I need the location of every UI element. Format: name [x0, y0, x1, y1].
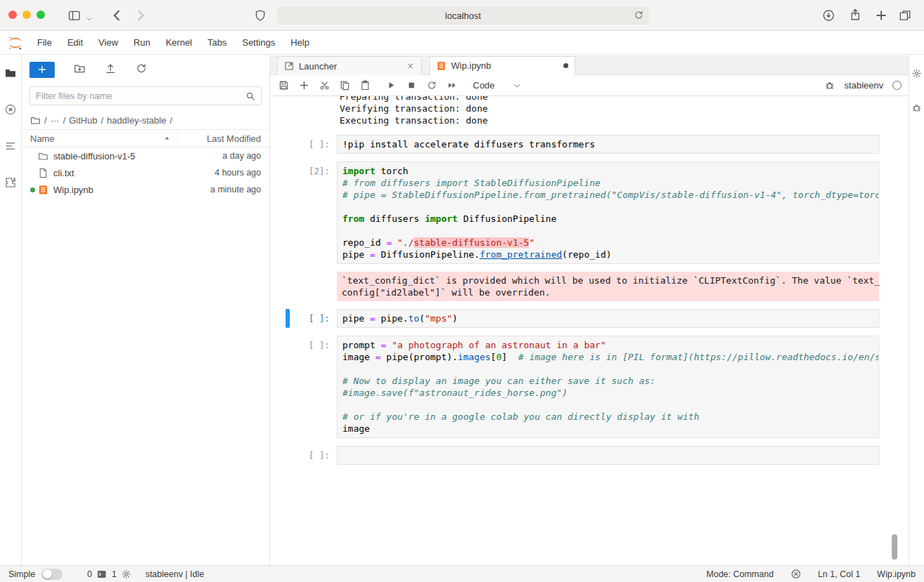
- gear-icon: [121, 569, 131, 579]
- cell-prompt: [ ]:: [270, 336, 337, 438]
- cut-cell-button[interactable]: [319, 80, 330, 91]
- debugger-icon[interactable]: [911, 102, 922, 113]
- file-row[interactable]: cli.txt4 hours ago: [22, 164, 269, 181]
- breadcrumb-item[interactable]: ···: [51, 115, 60, 126]
- terminals-count[interactable]: 0: [87, 569, 92, 579]
- output-line: Preparing transaction: done: [340, 96, 909, 102]
- back-icon[interactable]: [111, 9, 123, 22]
- menu-run[interactable]: Run: [126, 37, 158, 48]
- cell-input[interactable]: pipe = pipe.to("mps"): [337, 309, 879, 328]
- menu-tabs[interactable]: Tabs: [200, 37, 234, 48]
- running-indicator: [30, 187, 38, 192]
- sidebar-chevron-icon[interactable]: [86, 13, 93, 20]
- file-list: stable-diffusion-v1-5a day agocli.txt4 h…: [22, 147, 269, 198]
- menu-kernel[interactable]: Kernel: [158, 37, 200, 48]
- notebook-toolbar: Code stableenv: [270, 75, 909, 96]
- breadcrumb-item[interactable]: haddley-stable: [107, 115, 166, 126]
- status-bar-right: Mode: Command Ln 1, Col 1 Wip.ipynb: [690, 569, 916, 579]
- kernel-name[interactable]: stableenv: [844, 80, 883, 91]
- sidebar-item-extensions-icon[interactable]: [4, 176, 17, 189]
- debugger-bug-icon[interactable]: [824, 80, 835, 91]
- file-modified: 4 hours ago: [182, 168, 261, 178]
- tab-label: Wip.ipynb: [451, 60, 558, 71]
- tab-launcher[interactable]: Launcher: [277, 56, 422, 75]
- menu-settings[interactable]: Settings: [234, 37, 283, 48]
- paste-cell-button[interactable]: [360, 80, 370, 91]
- home-folder-icon[interactable]: [30, 115, 41, 126]
- cell-prompt: [2]:: [270, 161, 337, 264]
- chevron-down-icon: [513, 81, 521, 90]
- file-row[interactable]: stable-diffusion-v1-5a day ago: [22, 147, 269, 164]
- folder-icon: [38, 151, 48, 161]
- left-activity-bar: [0, 55, 22, 565]
- privacy-shield-icon[interactable]: [254, 9, 267, 22]
- sidebar-toggle-icon[interactable]: [68, 9, 81, 22]
- breadcrumb: /···/GitHub/haddley-stable/: [22, 111, 269, 129]
- tabs: LauncherWip.ipynb: [277, 56, 583, 74]
- menu-file[interactable]: File: [29, 37, 60, 48]
- column-header-name[interactable]: Name: [30, 130, 178, 147]
- run-cell-button[interactable]: [386, 80, 396, 91]
- menu-edit[interactable]: Edit: [60, 37, 91, 48]
- copy-cell-button[interactable]: [340, 80, 350, 91]
- simple-mode-toggle[interactable]: [41, 569, 62, 580]
- breadcrumb-segments: /···/GitHub/haddley-stable/: [44, 115, 173, 126]
- breadcrumb-separator: /: [170, 115, 173, 126]
- address-bar[interactable]: localhost: [277, 6, 649, 25]
- cell-type-value: Code: [473, 80, 495, 91]
- launcher-icon: [284, 61, 294, 71]
- window-minimize-button[interactable]: [22, 11, 31, 19]
- column-header-modified[interactable]: Last Modified: [178, 133, 261, 144]
- menu-view[interactable]: View: [91, 37, 126, 48]
- kernel-status-icon[interactable]: [892, 81, 902, 90]
- new-tab-icon[interactable]: [875, 9, 888, 22]
- notifications-icon[interactable]: [791, 569, 801, 579]
- tab-overview-icon[interactable]: [899, 9, 911, 22]
- close-icon[interactable]: [406, 62, 415, 70]
- insert-cell-button[interactable]: [299, 80, 309, 91]
- file-name: Wip.ipynb: [53, 185, 182, 195]
- cursor-position[interactable]: Ln 1, Col 1: [818, 569, 860, 579]
- cell-input[interactable]: !pip install accelerate diffusers transf…: [337, 135, 879, 154]
- jupyter-logo-icon: [7, 34, 24, 51]
- menu-items: FileEditViewRunKernelTabsSettingsHelp: [29, 37, 317, 48]
- file-icon: [38, 168, 48, 178]
- restart-icon: [427, 80, 437, 91]
- new-launcher-button[interactable]: [29, 62, 55, 78]
- kernels-count[interactable]: 1: [112, 569, 116, 579]
- code-cell: [ ]:prompt = "a photograph of an astrona…: [270, 336, 909, 438]
- share-icon[interactable]: [849, 8, 862, 21]
- file-filter[interactable]: [29, 86, 262, 105]
- new-folder-button[interactable]: [74, 62, 86, 77]
- upload-button[interactable]: [105, 62, 116, 77]
- code-cell: [2]:import torch# from diffusers import …: [270, 161, 909, 264]
- file-row[interactable]: Wip.ipynba minute ago: [22, 181, 269, 198]
- kernel-status-text[interactable]: stableenv | Idle: [145, 569, 204, 579]
- output-line: Verifying transaction: done: [340, 102, 909, 114]
- cell-input[interactable]: [337, 446, 879, 465]
- restart-run-all-button[interactable]: [447, 80, 457, 91]
- file-filter-input[interactable]: [36, 91, 246, 101]
- window-zoom-button[interactable]: [36, 11, 45, 19]
- command-mode-indicator[interactable]: Mode: Command: [707, 569, 774, 579]
- window-close-button[interactable]: [8, 11, 17, 19]
- reload-icon[interactable]: [634, 10, 644, 20]
- notebook-scrollbar[interactable]: [892, 534, 897, 560]
- sidebar-item-file-browser-icon[interactable]: [4, 67, 17, 79]
- property-inspector-icon[interactable]: [911, 68, 922, 79]
- cell-type-dropdown[interactable]: Code: [473, 80, 521, 91]
- menu-help[interactable]: Help: [283, 37, 317, 48]
- save-button[interactable]: [279, 80, 289, 91]
- forward-icon: [134, 9, 147, 22]
- cell-input[interactable]: import torch# from diffusers import Stab…: [337, 161, 879, 264]
- restart-kernel-button[interactable]: [427, 80, 437, 91]
- dock-tab-bar: LauncherWip.ipynb: [270, 55, 909, 75]
- downloads-icon[interactable]: [822, 9, 835, 22]
- sidebar-item-running-sessions-icon[interactable]: [4, 103, 17, 116]
- tab-wip-ipynb[interactable]: Wip.ipynb: [429, 56, 575, 75]
- sidebar-item-table-of-contents-icon[interactable]: [4, 140, 17, 152]
- cell-input[interactable]: prompt = "a photograph of an astronaut i…: [337, 336, 879, 438]
- breadcrumb-item[interactable]: GitHub: [69, 115, 97, 126]
- refresh-button[interactable]: [135, 62, 147, 77]
- interrupt-kernel-button[interactable]: [406, 80, 417, 91]
